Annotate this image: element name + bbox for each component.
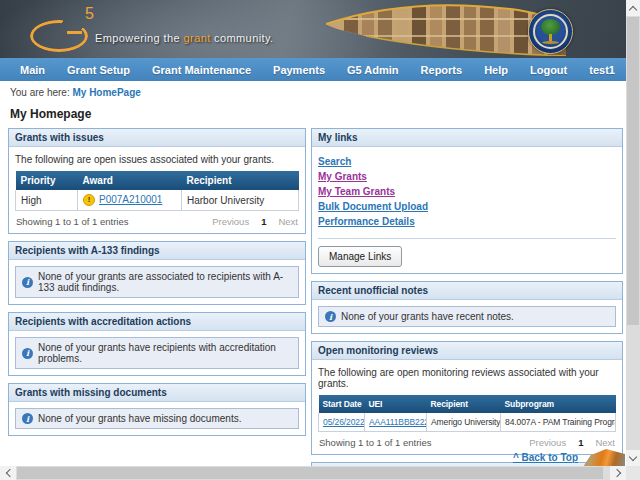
g5-application-window: 5 Empowering the grant community. Main G… — [0, 0, 640, 480]
nav-item-main[interactable]: Main — [9, 64, 56, 76]
panel-a133-findings: Recipients with A-133 findings i None of… — [8, 241, 306, 305]
info-icon: i — [22, 277, 33, 288]
showing-entries-label: Showing 1 to 1 of 1 entries — [16, 216, 129, 227]
link-my-grants[interactable]: My Grants — [318, 171, 367, 183]
a133-info-message: i None of your grants are associated to … — [15, 266, 299, 298]
grants-issues-description: The following are open issues associated… — [15, 154, 299, 165]
scroll-up-button[interactable] — [626, 0, 640, 16]
vertical-scrollbar[interactable] — [626, 0, 640, 466]
page-title: My Homepage — [10, 107, 626, 121]
showing-entries-label: Showing 1 to 1 of 1 entries — [319, 437, 432, 448]
scroll-down-button[interactable] — [626, 450, 640, 466]
panel-missing-documents-title: Grants with missing documents — [9, 384, 305, 402]
header-banner: 5 Empowering the grant community. — [0, 0, 626, 59]
monitoring-reviews-table: Start Date UEI Recipient Subprogram 05/2… — [318, 395, 616, 432]
grants-issues-table: Priority Award Recipient High !P007A2100… — [15, 171, 299, 211]
panel-my-links: My links Search My Grants My Team Grants… — [311, 128, 623, 274]
previous-page-button[interactable]: Previous — [212, 216, 249, 227]
review-start-date-cell: 05/26/2022 — [319, 413, 365, 432]
warning-icon: ! — [83, 194, 95, 206]
table-header-row: Priority Award Recipient — [16, 171, 299, 190]
breadcrumb: You are here: My HomePage — [0, 81, 626, 98]
page-number-button[interactable]: 1 — [578, 437, 583, 448]
divider — [318, 238, 616, 239]
chevron-right-icon — [612, 469, 620, 477]
link-my-team-grants[interactable]: My Team Grants — [318, 186, 395, 198]
nav-item-username[interactable]: test1 — [578, 64, 626, 76]
panel-grants-with-issues-title: Grants with issues — [9, 129, 305, 147]
link-bulk-document-upload[interactable]: Bulk Document Upload — [318, 201, 428, 213]
g5-logo-icon — [30, 20, 88, 52]
back-to-top: ^ Back to Top — [513, 452, 578, 463]
header-tagline: Empowering the grant community. — [95, 32, 274, 44]
pagination: Previous 1 Next — [212, 216, 298, 227]
nav-item-payments[interactable]: Payments — [262, 64, 336, 76]
nav-item-help[interactable]: Help — [473, 64, 519, 76]
scroll-left-button[interactable] — [0, 466, 16, 480]
panel-accreditation-actions: Recipients with accreditation actions i … — [8, 312, 306, 376]
column-header-award: Award — [78, 171, 182, 190]
column-header-priority: Priority — [16, 171, 78, 190]
previous-page-button[interactable]: Previous — [529, 437, 566, 448]
horizontal-scrollbar[interactable] — [0, 466, 626, 480]
next-page-button[interactable]: Next — [595, 437, 615, 448]
panel-a133-title: Recipients with A-133 findings — [9, 242, 305, 260]
department-of-education-seal-icon — [528, 9, 573, 54]
panel-monitoring-title: Open monitoring reviews — [312, 342, 622, 360]
next-page-button[interactable]: Next — [278, 216, 298, 227]
review-subprogram-cell: 84.007A - PAM Training Program — [501, 413, 616, 432]
panel-missing-documents: Grants with missing documents i None of … — [8, 383, 306, 436]
award-number-link[interactable]: P007A210001 — [99, 194, 162, 205]
g5-logo-crossbar — [67, 31, 82, 34]
column-header-recipient: Recipient — [182, 171, 299, 190]
column-header-recipient: Recipient — [427, 395, 501, 413]
link-performance-details[interactable]: Performance Details — [318, 216, 415, 228]
breadcrumb-home-link[interactable]: My HomePage — [72, 87, 140, 98]
issue-recipient-cell: Harbor University — [182, 190, 299, 211]
scrollbar-corner — [626, 466, 640, 480]
column-header-subprogram: Subprogram — [501, 395, 616, 413]
review-recipient-cell: Amerigo University — [427, 413, 501, 432]
vertical-scrollbar-thumb[interactable] — [627, 17, 639, 325]
right-column: My links Search My Grants My Team Grants… — [311, 128, 623, 480]
issue-priority-cell: High — [16, 190, 78, 211]
nav-item-reports[interactable]: Reports — [410, 64, 474, 76]
manage-links-button[interactable]: Manage Links — [318, 246, 402, 267]
page-content: You are here: My HomePage My Homepage Gr… — [0, 81, 626, 466]
table-row: 05/26/2022 AAA111BBB222 Amerigo Universi… — [319, 413, 616, 432]
nav-item-logout[interactable]: Logout — [519, 64, 578, 76]
panel-accreditation-title: Recipients with accreditation actions — [9, 313, 305, 331]
table-header-row: Start Date UEI Recipient Subprogram — [319, 395, 616, 413]
link-search[interactable]: Search — [318, 156, 351, 168]
info-icon: i — [22, 413, 33, 424]
scroll-right-button[interactable] — [610, 466, 626, 480]
recent-notes-info-message: i None of your grants have recent notes. — [318, 306, 616, 327]
chevron-down-icon — [629, 453, 637, 461]
uei-link[interactable]: AAA111BBB222 — [369, 417, 427, 427]
table-row: High !P007A210001 Harbor University — [16, 190, 299, 211]
back-to-top-link[interactable]: ^ Back to Top — [513, 452, 578, 463]
two-column-layout: Grants with issues The following are ope… — [0, 128, 626, 480]
panel-grants-with-issues: Grants with issues The following are ope… — [8, 128, 306, 234]
panel-recent-notes: Recent unofficial notes i None of your g… — [311, 281, 623, 334]
info-icon: i — [325, 311, 336, 322]
nav-item-grant-maintenance[interactable]: Grant Maintenance — [141, 64, 262, 76]
panel-recent-notes-title: Recent unofficial notes — [312, 282, 622, 300]
g5-logo-five: 5 — [85, 6, 94, 22]
nav-item-grant-setup[interactable]: Grant Setup — [56, 64, 141, 76]
my-links-list: Search My Grants My Team Grants Bulk Doc… — [318, 155, 616, 229]
info-icon: i — [22, 348, 33, 359]
chevron-up-icon — [629, 5, 637, 13]
review-uei-cell: AAA111BBB222 — [365, 413, 427, 432]
nav-item-g5-admin[interactable]: G5 Admin — [336, 64, 410, 76]
main-navigation: Main Grant Setup Grant Maintenance Payme… — [0, 58, 626, 81]
panel-my-links-title: My links — [312, 129, 622, 147]
pagination: Previous 1 Next — [529, 437, 615, 448]
horizontal-scrollbar-thumb[interactable] — [17, 467, 603, 479]
left-column: Grants with issues The following are ope… — [8, 128, 306, 480]
panel-open-monitoring-reviews: Open monitoring reviews The following ar… — [311, 341, 623, 455]
breadcrumb-prefix: You are here: — [10, 87, 70, 98]
page-number-button[interactable]: 1 — [261, 216, 266, 227]
issue-award-cell: !P007A210001 — [78, 190, 182, 211]
start-date-link[interactable]: 05/26/2022 — [323, 417, 365, 427]
